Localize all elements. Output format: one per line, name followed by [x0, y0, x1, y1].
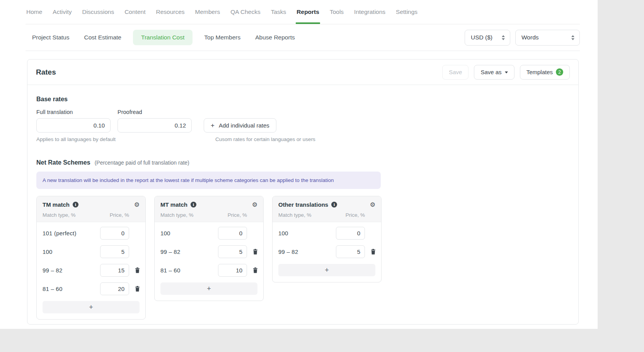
match-range-label: 99 – 82	[160, 248, 218, 255]
mt-match-rows: 100 99 – 82 81 – 60	[155, 222, 263, 295]
table-row: 99 – 82	[155, 242, 263, 261]
table-row: 99 – 82	[37, 261, 145, 279]
nav-item-resources[interactable]: Resources	[156, 0, 184, 24]
nav-item-discussions[interactable]: Discussions	[82, 0, 114, 24]
mt-match-settings-button[interactable]: ⚙	[252, 202, 257, 208]
tab-translation-cost[interactable]: Translation Cost	[133, 30, 193, 45]
rates-actions: Save Save as Templates 2	[442, 65, 570, 80]
nav-item-content[interactable]: Content	[124, 0, 145, 24]
info-icon[interactable]: i	[191, 202, 196, 207]
table-row: 100	[155, 224, 263, 242]
gear-icon: ⚙	[134, 201, 140, 208]
price-column-header: Price, %	[228, 212, 257, 218]
rates-card-header: Rates Save Save as Templates 2	[27, 60, 578, 85]
nav-item-tools[interactable]: Tools	[330, 0, 344, 24]
nav-item-settings[interactable]: Settings	[396, 0, 417, 24]
plus-icon: +	[325, 267, 329, 274]
select-arrows-icon	[502, 35, 505, 40]
page-title: Rates	[36, 68, 56, 77]
lowest-rate-info-banner: A new translation will be included in th…	[36, 172, 381, 189]
delete-row-button[interactable]	[371, 249, 376, 255]
net-rate-schemes-title: Net Rate Schemes	[36, 159, 90, 166]
tab-cost-estimate[interactable]: Cost Estimate	[84, 34, 121, 41]
nav-item-members[interactable]: Members	[195, 0, 220, 24]
price-column-header: Price, %	[346, 212, 375, 218]
tm-match-rows: 101 (perfect) 100 99 – 82	[37, 222, 145, 313]
tm-match-settings-button[interactable]: ⚙	[134, 202, 140, 208]
nav-item-qa-checks[interactable]: QA Checks	[230, 0, 261, 24]
delete-row-button[interactable]	[253, 267, 258, 273]
top-nav: Home Activity Discussions Content Resour…	[26, 0, 580, 24]
table-row: 81 – 60	[37, 279, 145, 298]
rate-input[interactable]	[336, 245, 365, 258]
table-row: 99 – 82	[273, 242, 381, 261]
match-range-label: 101 (perfect)	[43, 230, 100, 236]
info-icon[interactable]: i	[331, 202, 337, 207]
add-individual-rates-label: Add individual rates	[219, 122, 269, 129]
add-row-button[interactable]: +	[160, 282, 257, 295]
nav-item-reports[interactable]: Reports	[296, 0, 319, 24]
add-row-button[interactable]: +	[278, 264, 375, 276]
full-translation-label: Full translation	[36, 109, 111, 115]
delete-row-button[interactable]	[253, 249, 258, 255]
other-translations-settings-button[interactable]: ⚙	[370, 202, 375, 208]
currency-select[interactable]: USD ($)	[465, 30, 510, 46]
save-button[interactable]: Save	[442, 65, 469, 80]
full-translation-field: Full translation	[36, 109, 111, 133]
unit-select[interactable]: Words	[515, 30, 580, 46]
rate-input[interactable]	[336, 227, 365, 240]
templates-label: Templates	[526, 69, 553, 75]
rates-card-body: Base rates Full translation Proofread + …	[27, 85, 578, 320]
delete-row-button[interactable]	[135, 267, 140, 273]
gear-icon: ⚙	[370, 201, 375, 208]
match-type-column-header: Match type, %	[160, 212, 194, 218]
nav-item-tasks[interactable]: Tasks	[271, 0, 286, 24]
tm-match-title: TM match	[43, 201, 70, 208]
info-icon[interactable]: i	[73, 202, 78, 207]
trash-icon	[253, 249, 258, 255]
tab-abuse-reports[interactable]: Abuse Reports	[255, 34, 295, 41]
rate-input[interactable]	[100, 245, 129, 258]
tab-project-status[interactable]: Project Status	[32, 34, 70, 41]
save-as-button[interactable]: Save as	[474, 65, 514, 80]
rate-input[interactable]	[218, 245, 247, 258]
full-translation-input[interactable]	[36, 118, 111, 133]
tab-top-members[interactable]: Top Members	[204, 34, 240, 41]
match-range-label: 99 – 82	[278, 248, 336, 255]
nav-item-integrations[interactable]: Integrations	[354, 0, 385, 24]
match-range-label: 100	[278, 230, 336, 236]
match-range-label: 81 – 60	[160, 267, 218, 274]
rate-input[interactable]	[100, 227, 129, 240]
net-rate-schemes-heading: Net Rate Schemes (Percentage paid of ful…	[36, 159, 569, 166]
chevron-down-icon	[505, 71, 508, 73]
nav-item-activity[interactable]: Activity	[53, 0, 72, 24]
other-translations-title: Other translations	[278, 201, 328, 208]
delete-row-button[interactable]	[135, 286, 140, 292]
plus-icon: +	[89, 304, 93, 311]
reports-sub-nav: Project Status Cost Estimate Translation…	[26, 24, 580, 51]
match-range-label: 81 – 60	[43, 286, 100, 292]
add-row-button[interactable]: +	[43, 301, 140, 313]
currency-select-value: USD ($)	[471, 34, 492, 41]
mt-match-card: MT match i ⚙ Match type, % Price, % 100	[154, 196, 264, 301]
add-individual-rates-button[interactable]: + Add individual rates	[204, 118, 276, 133]
price-column-header: Price, %	[110, 212, 140, 218]
tm-match-card: TM match i ⚙ Match type, % Price, % 101 …	[36, 196, 146, 320]
base-rates-help: Applies to all languages by default Cuso…	[36, 136, 569, 142]
rate-input[interactable]	[100, 264, 129, 277]
proofread-field: Proofread	[118, 109, 192, 133]
rate-input[interactable]	[100, 282, 129, 295]
templates-count-badge: 2	[556, 68, 563, 76]
proofread-label: Proofread	[118, 109, 192, 115]
net-rate-schemes-subtitle: (Percentage paid of full translation rat…	[95, 160, 189, 166]
trash-icon	[371, 249, 376, 255]
nav-item-home[interactable]: Home	[26, 0, 42, 24]
proofread-input[interactable]	[118, 118, 192, 133]
trash-icon	[253, 267, 258, 273]
gear-icon: ⚙	[252, 201, 257, 208]
templates-button[interactable]: Templates 2	[520, 65, 570, 80]
mt-match-header: MT match i ⚙ Match type, % Price, %	[155, 196, 263, 222]
rate-input[interactable]	[218, 264, 247, 277]
rate-input[interactable]	[218, 227, 247, 240]
table-row: 100	[37, 242, 145, 261]
